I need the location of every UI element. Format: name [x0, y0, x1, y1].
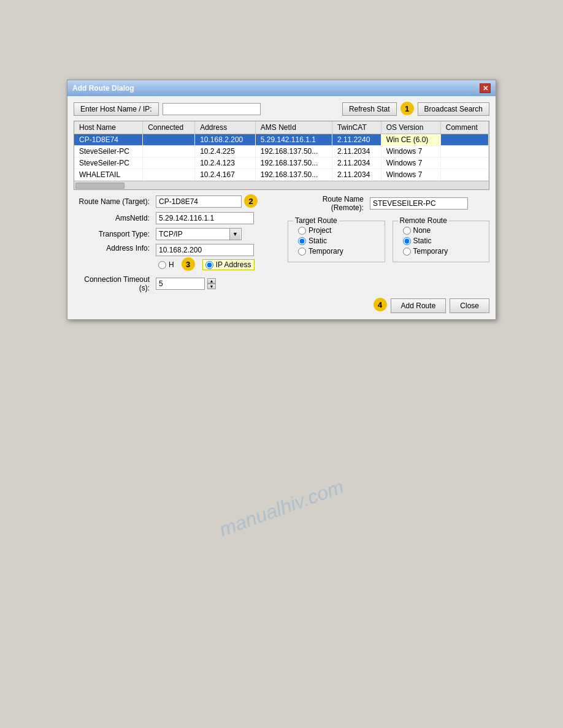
- col-hostname: Host Name: [74, 121, 143, 134]
- hostname-radio[interactable]: [158, 261, 166, 269]
- target-project-radio[interactable]: [298, 227, 306, 235]
- col-ams: AMS NetId: [255, 121, 332, 134]
- host-input[interactable]: [163, 103, 261, 115]
- table-header-row: Host Name Connected Address AMS NetId Tw…: [74, 121, 489, 134]
- route-groups: Target Route Project Static: [288, 218, 489, 262]
- close-button[interactable]: ✕: [480, 83, 491, 93]
- spinner-down[interactable]: ▼: [207, 284, 216, 289]
- ams-row: AmsNetId:: [74, 212, 275, 224]
- hostname-radio-label[interactable]: H: [158, 260, 174, 269]
- route-name-remote-row: Route Name (Remote):: [288, 195, 489, 212]
- target-route-group: Target Route Project Static: [288, 221, 385, 262]
- badge-2: 2: [244, 194, 258, 208]
- table-row[interactable]: CP-1D8E7410.168.2.2005.29.142.116.1.12.1…: [74, 134, 489, 146]
- address-input[interactable]: [156, 244, 254, 256]
- remote-static-label[interactable]: Static: [403, 237, 480, 245]
- transport-label: Transport Type:: [74, 230, 153, 238]
- enter-host-button[interactable]: Enter Host Name / IP:: [74, 102, 159, 116]
- remote-route-title: Remote Route: [398, 216, 449, 225]
- remote-none-label[interactable]: None: [403, 226, 480, 235]
- target-static-label[interactable]: Static: [298, 237, 375, 245]
- target-static-radio[interactable]: [298, 237, 306, 245]
- table-scroll-area[interactable]: Host Name Connected Address AMS NetId Tw…: [74, 121, 489, 181]
- horizontal-scrollbar[interactable]: [74, 181, 489, 189]
- title-bar: Add Route Dialog ✕: [67, 80, 496, 96]
- bottom-buttons: 4 Add Route Close: [74, 298, 489, 313]
- timeout-row: Connection Timeout (s): ▲ ▼: [74, 275, 275, 292]
- route-name-remote-label: Route Name (Remote):: [288, 195, 367, 212]
- col-connected: Connected: [143, 121, 195, 134]
- add-route-dialog: Add Route Dialog ✕ Enter Host Name / IP:…: [67, 80, 496, 320]
- remote-route-radios: None Static Temporary: [398, 224, 484, 258]
- form-left: Route Name (Target): 2 AmsNetId: Transpo…: [74, 195, 275, 292]
- target-project-label[interactable]: Project: [298, 226, 375, 235]
- transport-select-wrapper: TCP/IP Serial ▼: [156, 228, 242, 240]
- ams-input[interactable]: [156, 212, 254, 224]
- remote-route-group: Remote Route None Static: [393, 221, 490, 262]
- table-row[interactable]: SteveSeiler-PC10.2.4.123192.168.137.50..…: [74, 157, 489, 169]
- dialog-title: Add Route Dialog: [72, 84, 134, 93]
- address-fields: H 3 IP Address: [156, 244, 255, 271]
- col-twincat: TwinCAT: [332, 121, 381, 134]
- route-name-target-label: Route Name (Target):: [74, 197, 153, 206]
- address-row: Address Info: H 3 IP Address: [74, 244, 275, 271]
- form-right: Route Name (Remote): Target Route Projec…: [288, 195, 489, 292]
- remote-temporary-radio[interactable]: [403, 248, 411, 256]
- col-os: OS Version: [381, 121, 440, 134]
- host-table-container: Host Name Connected Address AMS NetId Tw…: [74, 121, 489, 190]
- target-route-radios: Project Static Temporary: [293, 224, 380, 258]
- timeout-input[interactable]: [156, 278, 205, 290]
- toolbar: Enter Host Name / IP: Refresh Stat 1 Bro…: [74, 102, 489, 116]
- ip-radio-label[interactable]: IP Address: [202, 259, 255, 270]
- route-name-target-input[interactable]: [156, 195, 242, 208]
- refresh-button[interactable]: Refresh Stat: [342, 102, 397, 116]
- transport-row: Transport Type: TCP/IP Serial ▼: [74, 228, 275, 240]
- remote-static-radio[interactable]: [403, 237, 411, 245]
- broadcast-search-button[interactable]: Broadcast Search: [418, 102, 489, 116]
- remote-none-radio[interactable]: [403, 227, 411, 235]
- badge-1: 1: [400, 102, 414, 115]
- address-type-radios: H 3 IP Address: [158, 258, 255, 271]
- ip-radio[interactable]: [205, 261, 213, 269]
- table-row[interactable]: WHALETAIL10.2.4.167192.168.137.50...2.11…: [74, 169, 489, 181]
- col-address: Address: [195, 121, 256, 134]
- target-temporary-radio[interactable]: [298, 248, 306, 256]
- route-name-target-row: Route Name (Target): 2: [74, 195, 275, 208]
- add-route-button[interactable]: Add Route: [391, 298, 446, 313]
- host-table: Host Name Connected Address AMS NetId Tw…: [74, 121, 489, 181]
- transport-select[interactable]: TCP/IP Serial: [156, 228, 242, 240]
- table-row[interactable]: SteveSeiler-PC10.2.4.225192.168.137.50..…: [74, 146, 489, 157]
- spinner-up[interactable]: ▲: [207, 278, 216, 284]
- badge-3: 3: [182, 257, 195, 271]
- route-name-remote-input[interactable]: [370, 197, 468, 210]
- form-section: Route Name (Target): 2 AmsNetId: Transpo…: [74, 195, 489, 292]
- badge-4: 4: [373, 298, 387, 311]
- target-temporary-label[interactable]: Temporary: [298, 247, 375, 256]
- col-comment: Comment: [440, 121, 488, 134]
- close-dialog-button[interactable]: Close: [450, 298, 489, 313]
- scrollbar-thumb[interactable]: [75, 183, 124, 189]
- timeout-label: Connection Timeout (s):: [74, 275, 153, 292]
- target-route-title: Target Route: [293, 216, 339, 225]
- ams-label: AmsNetId:: [74, 214, 153, 222]
- spinner: ▲ ▼: [207, 278, 216, 289]
- watermark: manualhiv.com: [216, 476, 347, 542]
- remote-temporary-label[interactable]: Temporary: [403, 247, 480, 256]
- address-label: Address Info:: [74, 244, 153, 252]
